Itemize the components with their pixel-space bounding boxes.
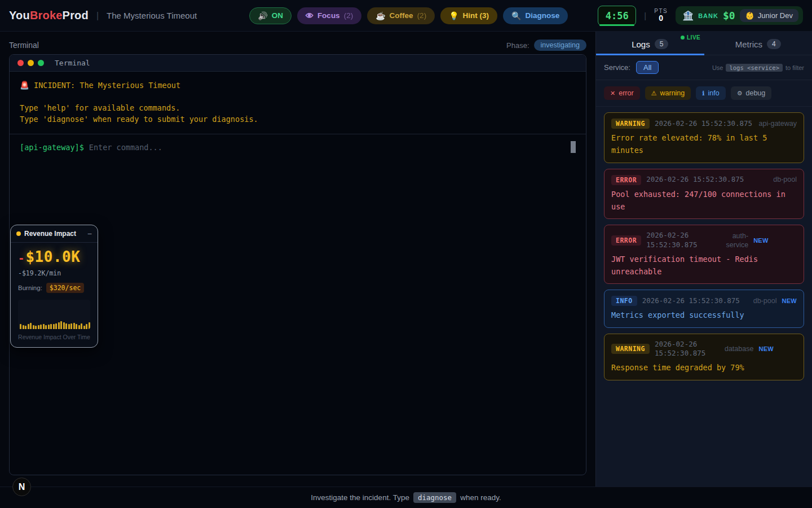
log-entry[interactable]: ERROR 2026-02-26 15:52:30.875 auth-servi… <box>604 225 804 284</box>
bank-label: BANK <box>698 12 718 19</box>
app-logo: YouBrokeProd <box>9 9 89 22</box>
revenue-bar <box>73 323 75 329</box>
coffee-button[interactable]: ☕ Coffee (2) <box>367 7 435 24</box>
burn-rate-label: Burning: <box>18 284 42 291</box>
footer-hint-code: diagnose <box>413 492 456 503</box>
service-all-button[interactable]: All <box>636 61 659 74</box>
header-status-cluster: 4:56 | PTS 0 🏦 BANK $0 👶 Junior Dev <box>598 6 803 26</box>
log-service: db-pool <box>773 175 797 184</box>
revenue-bar <box>28 324 29 329</box>
log-new-badge: NEW <box>758 345 774 352</box>
revenue-sign: - <box>18 252 24 264</box>
logo-part-prod: Prod <box>63 9 89 21</box>
revenue-bar <box>70 323 72 329</box>
revenue-impact-widget[interactable]: Revenue Impact − - $10.0K -$19.2K/min Bu… <box>10 225 98 348</box>
tab-metrics[interactable]: Metrics 4 <box>704 32 812 55</box>
tab-metrics-label: Metrics <box>735 40 762 49</box>
log-message: Pool exhausted: 247/100 connections in u… <box>611 188 797 213</box>
revenue-bar <box>35 326 37 329</box>
coffee-count: (2) <box>417 11 427 20</box>
log-entry[interactable]: ERROR 2026-02-26 15:52:30.875 db-pool Po… <box>604 169 804 220</box>
terminal-prompt: [api-gateway]$ <box>20 143 84 152</box>
minimize-widget-button[interactable]: − <box>87 230 92 238</box>
hint-button[interactable]: 💡 Hint (3) <box>440 7 497 24</box>
log-entry[interactable]: INFO 2026-02-26 15:52:30.875 db-pool NEW… <box>604 290 804 327</box>
log-timestamp: 2026-02-26 15:52:30.875 <box>655 119 754 129</box>
filter-chip-info[interactable]: ℹ info <box>696 86 725 100</box>
log-entry-header: ERROR 2026-02-26 15:52:30.875 db-pool <box>611 175 797 185</box>
filter-chip-debug[interactable]: ⚙ debug <box>731 86 772 100</box>
sound-toggle-label: ON <box>272 11 283 20</box>
terminal-cursor <box>571 141 576 153</box>
filter-info-label: info <box>708 89 719 97</box>
header-actions: 🔊 ON 👁 Focus (2) ☕ Coffee (2) 💡 Hint (3)… <box>227 7 568 24</box>
help-line-2: Type 'diagnose' when ready to submit you… <box>20 113 576 125</box>
log-service: api-gateway <box>759 119 797 128</box>
yellow-dot-icon <box>16 231 21 236</box>
nextjs-dev-badge[interactable]: N <box>12 478 31 496</box>
revenue-bar <box>81 323 82 329</box>
log-level-badge: ERROR <box>611 175 641 185</box>
log-new-badge: NEW <box>782 297 797 304</box>
log-message: JWT verification timeout - Redis unreach… <box>611 253 797 278</box>
revenue-bar <box>45 325 47 329</box>
revenue-value: $10.0K <box>25 248 80 265</box>
log-message: Metrics exported successfully <box>611 309 797 321</box>
tab-logs-count: 5 <box>655 39 669 49</box>
dev-badge-letter: N <box>19 482 25 492</box>
filter-chip-warning[interactable]: ⚠ warning <box>645 86 691 100</box>
revenue-mini-chart <box>18 300 90 329</box>
terminal-label-row: Terminal Phase: investigating <box>9 32 586 54</box>
revenue-widget-header[interactable]: Revenue Impact − <box>11 225 98 243</box>
speaker-icon: 🔊 <box>258 11 267 20</box>
diagnose-label: Diagnose <box>526 11 560 20</box>
terminal-output: 🚨 INCIDENT: The Mysterious Timeout Type … <box>10 72 586 134</box>
lightbulb-icon: 💡 <box>449 11 458 20</box>
log-timestamp: 2026-02-26 15:52:30.875 <box>642 296 748 306</box>
diagnose-button[interactable]: 🔍 Diagnose <box>503 7 568 24</box>
log-service: db-pool <box>753 296 777 305</box>
command-input[interactable]: Enter command... <box>89 143 162 152</box>
burn-rate-value: $320/sec <box>46 283 84 293</box>
window-maximize-dot[interactable] <box>38 60 44 66</box>
revenue-bar <box>20 324 21 329</box>
terminal-titlebar: Terminal <box>10 55 586 72</box>
revenue-bar <box>60 321 62 329</box>
panel-tabbar: LIVE Logs 5 Metrics 4 <box>596 32 812 55</box>
window-close-dot[interactable] <box>17 60 24 66</box>
revenue-bar <box>53 324 55 329</box>
focus-button[interactable]: 👁 Focus (2) <box>297 7 361 24</box>
revenue-bar <box>40 325 42 329</box>
revenue-bar <box>48 325 50 329</box>
points-block: PTS 0 <box>654 8 668 23</box>
active-tab-underline <box>596 54 704 55</box>
points-divider: | <box>644 11 646 20</box>
log-entry[interactable]: WARNING 2026-02-26 15:52:30.875 database… <box>604 334 804 380</box>
sound-toggle-button[interactable]: 🔊 ON <box>249 7 292 24</box>
bank-value: $0 <box>723 10 735 21</box>
filter-hint-pre: Use <box>712 64 723 71</box>
header-divider: | <box>96 11 99 21</box>
filter-hint-code: logs <service> <box>726 64 783 72</box>
incident-title: INCIDENT: The Mysterious Timeout <box>34 81 180 90</box>
terminal-input-row[interactable]: [api-gateway]$ Enter command... <box>10 134 586 160</box>
log-level-badge: INFO <box>611 296 637 306</box>
main-content: Terminal Phase: investigating Terminal <box>0 32 812 487</box>
filter-chip-error[interactable]: ✕ error <box>604 86 640 100</box>
countdown-timer: 4:56 <box>598 6 636 26</box>
footer-hint-post: when ready. <box>460 493 501 502</box>
focus-count: (2) <box>344 11 354 20</box>
revenue-bar <box>50 324 52 329</box>
log-service: database <box>725 344 753 353</box>
logs-panel: LIVE Logs 5 Metrics 4 Service: All Use l… <box>595 32 812 487</box>
baby-face-icon: 👶 <box>745 11 754 20</box>
filter-hint-post: to filter <box>785 64 804 71</box>
player-rank-badge: 👶 Junior Dev <box>740 9 798 22</box>
footer-hint-bar: Investigate the incident. Type diagnose … <box>0 487 812 508</box>
tab-logs-label: Logs <box>632 40 650 49</box>
timer-value: 4:56 <box>606 10 629 21</box>
filter-debug-label: debug <box>746 89 766 97</box>
log-entry[interactable]: WARNING 2026-02-26 15:52:30.875 api-gate… <box>604 112 804 163</box>
log-timestamp: 2026-02-26 15:52:30.875 <box>655 340 720 359</box>
window-minimize-dot[interactable] <box>28 60 34 66</box>
